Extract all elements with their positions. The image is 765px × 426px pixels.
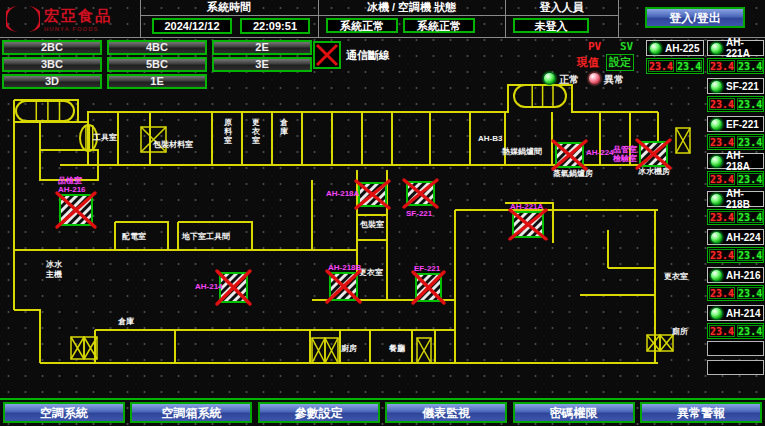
unit-pv-value: 23.4 xyxy=(709,325,735,337)
unit-pv-value: 23.4 xyxy=(648,60,674,72)
unit-empty-slot xyxy=(707,341,764,356)
nav-button-空調系統[interactable]: 空調系統 xyxy=(3,402,125,423)
login-logout-button[interactable]: 登入/登出 xyxy=(645,7,745,28)
room-label-vertical: 倉庫 xyxy=(279,118,289,136)
room-label: 廁所 xyxy=(671,326,688,336)
unit-pv-value: 23.4 xyxy=(709,173,735,185)
unit-values-ah-214: 23.423.4 xyxy=(707,323,764,339)
unit-marker-ah-218b[interactable]: AH-218B xyxy=(327,263,362,302)
unit-row-ah-214[interactable]: AH-214 xyxy=(707,305,764,321)
unit-row-sf-221[interactable]: SF-221 xyxy=(707,78,764,94)
unit-sv-value: 23.4 xyxy=(737,98,763,110)
unit-marker-ef-221[interactable]: EF-221 xyxy=(413,264,444,303)
pv-label: PV xyxy=(588,40,601,53)
unit-sv-value: 23.4 xyxy=(737,287,763,299)
floor-button-3e[interactable]: 3E xyxy=(212,57,312,72)
nav-button-空調箱系統[interactable]: 空調箱系統 xyxy=(130,402,252,423)
unit-marker-extra-label: 品檢室 xyxy=(58,175,82,185)
comm-fail-label: 通信斷線 xyxy=(346,48,390,63)
floor-button-2e[interactable]: 2E xyxy=(212,40,312,55)
stairs-icon xyxy=(16,101,74,121)
unit-row-ah-221a[interactable]: AH-221A xyxy=(707,40,764,56)
nav-button-異常警報[interactable]: 異常警報 xyxy=(640,402,762,423)
unit-row-ah-224[interactable]: AH-224 xyxy=(707,229,764,245)
comm-fail-icon xyxy=(313,41,341,69)
unit-marker-sf-221[interactable]: SF-221 xyxy=(404,180,437,218)
unit-sv-value: 23.4 xyxy=(737,136,763,148)
room-label-vertical: 原料室 xyxy=(223,118,233,145)
sv-name-label: 設定 xyxy=(606,54,634,71)
unit-marker-label: EF-221 xyxy=(414,264,441,273)
unit-name-label: AH-218A xyxy=(726,150,763,172)
elevator-icon xyxy=(417,338,431,363)
room-label: 工具室 xyxy=(92,132,117,142)
floor-button-3bc[interactable]: 3BC xyxy=(2,57,102,72)
elevator-icon xyxy=(647,335,660,351)
unit-marker-ah-216[interactable]: AH-216品檢室 xyxy=(57,175,95,227)
logo-title: 宏亞食品 xyxy=(44,7,112,26)
room-label: 配電室 xyxy=(122,231,146,241)
floor-plan: 工具室包裝材料室AH-B3熱媒鍋爐間蒸氣鍋爐房冰水機房配電室地下室工具間包裝室更… xyxy=(0,75,705,396)
room-label: AH-B3 xyxy=(478,134,503,143)
floor-button-3d[interactable]: 3D xyxy=(2,74,102,89)
unit-values-ah-224: 23.423.4 xyxy=(707,247,764,263)
unit-marker-ah-221a[interactable]: AH-221A xyxy=(510,202,546,239)
room-label: 包裝材料室 xyxy=(152,139,193,149)
system-date-value: 2024/12/12 xyxy=(152,18,232,34)
elevator-icon xyxy=(676,128,690,153)
logo: 宏亞食品 HUNYA FOODS xyxy=(6,2,138,36)
floor-button-4bc[interactable]: 4BC xyxy=(107,40,207,55)
floor-button-5bc[interactable]: 5BC xyxy=(107,57,207,72)
unit-row-ef-221[interactable]: EF-221 xyxy=(707,116,764,132)
unit-marker-label: SF-221 xyxy=(406,209,433,218)
nav-divider xyxy=(0,398,765,400)
abnormal-label: 異常 xyxy=(604,73,624,87)
ahu-status-value: 系統正常 xyxy=(403,18,475,33)
header-sep-5 xyxy=(140,15,618,16)
nav-button-參數設定[interactable]: 參數設定 xyxy=(258,402,380,423)
unit-marker-label: AH-221A xyxy=(510,202,544,211)
elevator-icon xyxy=(312,338,325,363)
floor-button-1e[interactable]: 1E xyxy=(107,74,207,89)
unit-name-label: EF-221 xyxy=(726,119,759,130)
unit-led-icon xyxy=(710,42,723,55)
chiller-status-value: 系統正常 xyxy=(326,18,398,33)
unit-row-ah-216[interactable]: AH-216 xyxy=(707,267,764,283)
unit-name-label: AH-221A xyxy=(726,37,763,59)
elevator-icon xyxy=(71,337,84,359)
unit-marker-檢驗室[interactable]: 檢驗室品管室 xyxy=(612,140,670,168)
hmi-screen: 工具室包裝材料室AH-B3熱媒鍋爐間蒸氣鍋爐房冰水機房配電室地下室工具間包裝室更… xyxy=(0,0,765,426)
unit-pv-value: 23.4 xyxy=(709,211,735,223)
unit-name-label: AH-225 xyxy=(665,43,699,54)
unit-row-ah-225[interactable]: AH-225 xyxy=(646,40,704,56)
sv-label: SV xyxy=(620,40,633,53)
unit-led-icon xyxy=(710,80,723,93)
floor-button-2bc[interactable]: 2BC xyxy=(2,40,102,55)
room-label: 包裝室 xyxy=(359,219,384,229)
unit-marker-label: AH-218B xyxy=(328,263,362,272)
unit-row-ah-218b[interactable]: AH-218B xyxy=(707,191,764,207)
elevator-icon xyxy=(660,335,673,351)
unit-marker-label: AH-224 xyxy=(586,148,614,157)
unit-pv-value: 23.4 xyxy=(709,249,735,261)
room-label: 倉庫 xyxy=(117,316,134,326)
machine-status-label: 冰機 / 空調機 狀態 xyxy=(318,0,505,15)
pv-name-label: 現值 xyxy=(577,55,599,70)
nav-button-密碼權限[interactable]: 密碼權限 xyxy=(513,402,635,423)
room-label: 冰水機房 xyxy=(638,166,670,176)
unit-pv-value: 23.4 xyxy=(709,60,735,72)
logo-icon xyxy=(6,3,40,35)
room-label: 地下室工具間 xyxy=(181,231,230,241)
unit-row-ah-218a[interactable]: AH-218A xyxy=(707,153,764,169)
nav-button-儀表監視[interactable]: 儀表監視 xyxy=(385,402,507,423)
stairs-icon xyxy=(514,85,566,107)
unit-values-ah-218b: 23.423.4 xyxy=(707,209,764,225)
normal-led-icon xyxy=(543,72,556,85)
unit-led-icon xyxy=(710,118,723,131)
unit-marker-ah-214[interactable]: AH-214 xyxy=(195,271,250,304)
room-label: 更衣室 xyxy=(359,267,383,277)
unit-marker-label: AH-218A xyxy=(326,189,360,198)
unit-pv-value: 23.4 xyxy=(709,136,735,148)
unit-values-sf-221: 23.423.4 xyxy=(707,96,764,112)
room-label: 熱媒鍋爐間 xyxy=(501,147,542,156)
